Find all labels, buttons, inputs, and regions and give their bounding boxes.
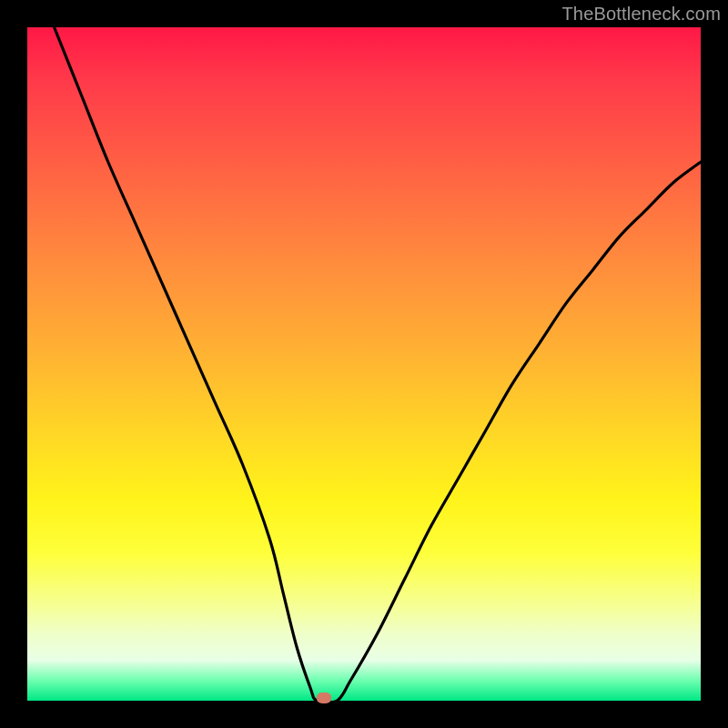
watermark-text: TheBottleneck.com [561,4,721,25]
plot-area [27,27,701,701]
minimum-marker [317,693,331,703]
curve-path [55,27,701,703]
bottleneck-curve [27,27,701,701]
chart-frame: TheBottleneck.com [0,0,728,728]
